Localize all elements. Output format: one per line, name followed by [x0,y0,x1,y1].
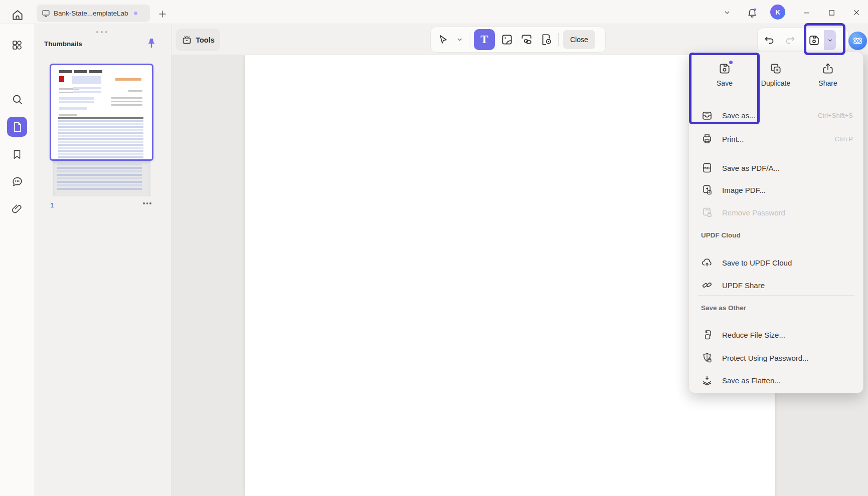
save-button-combo [804,30,836,50]
page-thumbnail[interactable] [50,64,153,161]
close-tool-mode-button[interactable]: Close [563,30,595,49]
maximize-icon [828,9,835,17]
title-bar: Bank-State...emplateLab K [0,0,868,24]
history-save-group [757,28,848,53]
menu-item-remove-password[interactable]: Remove Password [695,203,858,221]
redo-button-disabled[interactable] [783,33,798,48]
menu-item-image-pdf[interactable]: Image PDF... [695,181,858,199]
sidebar-item-search[interactable] [7,89,27,109]
panel-drag-handle[interactable] [96,31,107,33]
maximize-button[interactable] [824,6,838,19]
save-button[interactable] [804,30,824,50]
menu-item-label: Save to UPDF Cloud [722,259,792,267]
menu-item-label: Remove Password [722,208,785,217]
select-tool-button[interactable] [436,32,451,47]
menu-item-reduce-file-size[interactable]: Reduce File Size... [695,326,858,344]
text-tool-icon: T [480,33,488,46]
home-button[interactable] [11,9,24,22]
save-icon [718,62,731,75]
unsaved-dot-icon [729,61,733,64]
edit-tool-group: T Close [430,27,606,53]
avatar-initial: K [775,9,780,16]
link-icon [520,33,533,46]
save-dropdown-toggle[interactable] [824,30,836,50]
image-tool-button[interactable] [499,32,514,47]
cursor-icon [437,34,449,46]
save-as-icon [701,109,713,121]
undo-button[interactable] [762,33,777,48]
pdfa-icon: PDF/A [701,162,713,174]
menu-item-label: UPDF Share [722,281,765,290]
share-icon [821,62,834,75]
save-icon [808,34,820,47]
comment-icon [11,175,24,188]
cloud-upload-icon [701,257,713,269]
close-icon [852,9,860,17]
flatten-layers-icon [701,374,713,386]
shield-lock-icon [701,352,713,364]
chevron-down-icon [827,37,833,44]
menu-item-label: Share [818,79,837,87]
menu-item-duplicate[interactable]: Duplicate [752,59,800,92]
menu-section-updf-cloud: UPDF Cloud [701,231,741,239]
menu-item-label: Duplicate [761,79,790,87]
updf-ai-button[interactable] [848,32,867,50]
menu-item-updf-share[interactable]: UPDF Share [695,276,858,294]
redo-icon [784,34,796,46]
document-icon [12,121,23,133]
sidebar-item-pages-grid[interactable] [7,35,27,55]
sidebar-item-thumbnails[interactable] [7,117,27,137]
close-window-button[interactable] [849,6,863,19]
monitor-icon [42,9,50,18]
toolbar-divider [558,33,559,46]
tab-title: Bank-State...emplateLab [54,10,128,17]
avatar[interactable]: K [770,5,785,20]
page-location-tool-button[interactable] [539,32,554,47]
menu-item-protect-using-password[interactable]: Protect Using Password... [695,349,858,367]
bell-icon [747,7,758,18]
menu-section-save-as-other: Save as Other [701,304,746,312]
search-icon [11,93,24,106]
menu-item-save-as-pdfa[interactable]: PDF/A Save as PDF/A... [695,159,858,177]
updf-app-window: Bank-State...emplateLab K [0,0,868,496]
bookmark-icon [12,149,23,160]
reduce-file-size-icon [701,329,713,341]
save-dropdown-menu: Save Duplicate Share Save as... Ctrl+Shi… [688,52,863,393]
menu-item-label: Save as Flatten... [722,376,781,385]
tools-button[interactable]: Tools [176,29,220,51]
chevron-down-icon [456,36,463,43]
menu-item-label: Protect Using Password... [722,354,809,362]
new-tab-button[interactable] [157,9,168,20]
grid-icon [11,39,23,51]
minimize-button[interactable] [799,6,813,19]
toolbox-icon [182,35,192,45]
menu-divider [698,295,855,296]
toolbar-divider [469,33,469,46]
notifications-button[interactable] [745,6,759,19]
sidebar-item-attachments[interactable] [7,199,27,219]
select-tool-dropdown[interactable] [455,32,464,47]
menu-item-print[interactable]: Print... Ctrl+P [695,130,858,148]
page-options-button[interactable] [141,200,153,206]
document-tab[interactable]: Bank-State...emplateLab [37,5,150,22]
pin-panel-button[interactable] [145,37,158,50]
minimize-icon [803,9,810,17]
menu-item-save-as-flatten[interactable]: Save as Flatten... [695,371,858,389]
menu-item-label: Print... [722,135,744,143]
menu-item-save[interactable]: Save [701,59,749,92]
menu-item-label: Save [717,79,733,87]
menu-item-share[interactable]: Share [804,59,852,92]
shortcut-hint: Ctrl+P [835,135,853,143]
duplicate-icon [769,62,782,75]
main-toolbar: Tools T Close [171,24,868,55]
link-tool-button[interactable] [519,32,534,47]
menu-item-save-as[interactable]: Save as... Ctrl+Shift+S [695,106,858,124]
text-tool-button-active[interactable]: T [474,29,495,50]
sidebar-item-comments[interactable] [7,171,27,191]
pin-icon [145,37,157,49]
titlebar-collapse-button[interactable] [720,6,734,19]
sidebar-item-bookmarks[interactable] [7,144,27,164]
menu-item-save-to-updf-cloud[interactable]: Save to UPDF Cloud [695,254,858,272]
paperclip-icon [11,203,23,215]
updf-ai-icon [852,35,863,47]
